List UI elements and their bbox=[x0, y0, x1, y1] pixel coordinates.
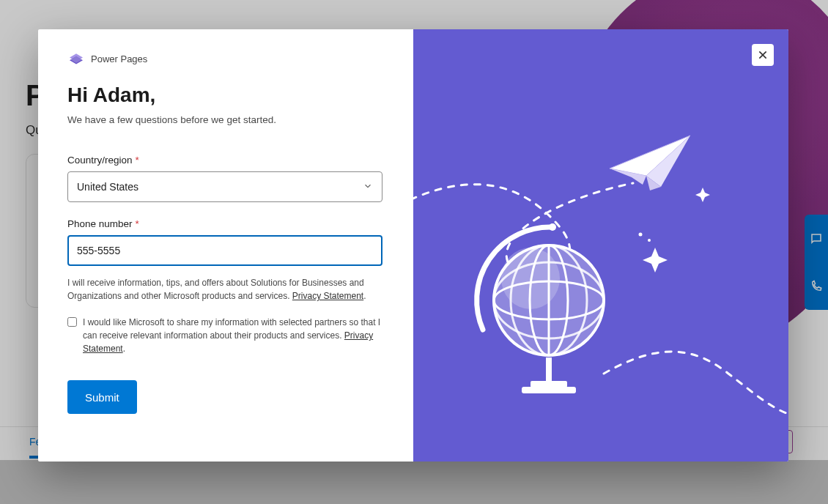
partner-consent-row: I would like Microsoft to share my infor… bbox=[67, 316, 384, 355]
country-field-group: Country/region * United States bbox=[67, 155, 384, 202]
phone-input-wrapper[interactable] bbox=[67, 235, 382, 266]
privacy-link-1[interactable]: Privacy Statement bbox=[292, 291, 363, 301]
onboarding-modal: Power Pages Hi Adam, We have a few quest… bbox=[38, 29, 788, 462]
brand-name: Power Pages bbox=[91, 53, 147, 64]
svg-point-10 bbox=[648, 239, 651, 242]
svg-point-11 bbox=[549, 223, 556, 231]
globe-paper-plane-illustration bbox=[413, 29, 788, 462]
consent-pre: I would like Microsoft to share my infor… bbox=[83, 317, 380, 341]
svg-rect-21 bbox=[522, 387, 576, 393]
phone-label: Phone number * bbox=[67, 218, 384, 229]
country-label-text: Country/region bbox=[67, 155, 133, 166]
phone-input[interactable] bbox=[77, 245, 373, 256]
phone-label-text: Phone number bbox=[67, 218, 133, 229]
phone-field-group: Phone number * bbox=[67, 218, 384, 266]
submit-button[interactable]: Submit bbox=[67, 380, 137, 414]
svg-point-19 bbox=[501, 248, 560, 309]
chevron-down-icon bbox=[363, 181, 373, 193]
intro-text: We have a few questions before we get st… bbox=[67, 114, 384, 125]
consent-text: I would like Microsoft to share my infor… bbox=[83, 316, 384, 355]
greeting-heading: Hi Adam, bbox=[67, 84, 384, 107]
svg-rect-22 bbox=[531, 381, 567, 388]
power-pages-logo-icon bbox=[67, 50, 85, 67]
brand-row: Power Pages bbox=[67, 50, 384, 67]
country-label: Country/region * bbox=[67, 155, 384, 166]
disclosure-text: I will receive information, tips, and of… bbox=[67, 276, 384, 303]
required-asterisk: * bbox=[136, 218, 139, 229]
country-selected-value: United States bbox=[77, 181, 138, 193]
svg-point-9 bbox=[639, 233, 643, 237]
modal-form-panel: Power Pages Hi Adam, We have a few quest… bbox=[38, 29, 413, 462]
country-select[interactable]: United States bbox=[67, 171, 382, 202]
required-asterisk: * bbox=[136, 155, 139, 166]
partner-consent-checkbox[interactable] bbox=[67, 316, 77, 327]
modal-illustration-panel bbox=[413, 29, 788, 462]
